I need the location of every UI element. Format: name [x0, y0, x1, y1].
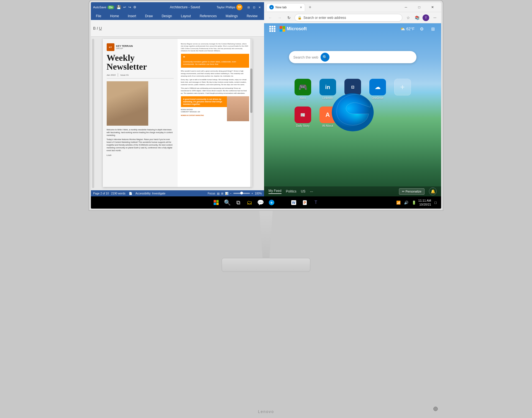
battery-icon[interactable]: 🔋: [411, 199, 417, 206]
edge-address-bar[interactable]: 🔒 Search or enter web address: [295, 14, 402, 22]
page-customize-btn[interactable]: ⊞: [429, 25, 437, 33]
notification-btn[interactable]: 🔔: [429, 188, 437, 195]
edge-tab-close-btn[interactable]: ✕: [300, 6, 302, 9]
accessibility-status[interactable]: Accessibility: Investigate: [135, 192, 165, 195]
toolbar-btn-2[interactable]: I: [97, 26, 98, 31]
zoom-plus[interactable]: +: [252, 192, 253, 195]
menu-mailings[interactable]: Mailings: [224, 14, 239, 19]
word-scrollbar[interactable]: [250, 39, 252, 187]
start-btn[interactable]: [211, 197, 221, 207]
taskbar-ppt-btn[interactable]: P: [300, 197, 310, 207]
edge-forward-btn[interactable]: →: [276, 14, 283, 22]
zoom-level[interactable]: 100%: [255, 192, 262, 195]
taskbar-search-btn[interactable]: 🔍: [222, 197, 232, 207]
menu-insert[interactable]: Insert: [126, 14, 138, 19]
autosave-toggle[interactable]: On: [108, 6, 114, 9]
network-icon[interactable]: 📶: [395, 199, 402, 206]
us-tab[interactable]: US: [301, 189, 306, 193]
main-text-3: This year's CMWorld was exhilarating and…: [181, 87, 249, 95]
weather-temp: 62°F: [406, 27, 415, 31]
user-avatar: TP: [236, 4, 242, 10]
word-vertical-scrollbar-left[interactable]: [92, 39, 94, 188]
power-button[interactable]: [433, 407, 438, 411]
taskbar-teams-btn[interactable]: 💬: [255, 197, 265, 207]
view-icon-3[interactable]: 📊: [225, 192, 228, 195]
edge-profile-btn[interactable]: T: [422, 14, 430, 22]
search-submit-btn[interactable]: 🔍: [321, 53, 329, 62]
edge-titlebar: e New tab ✕ + ─ □ ✕: [264, 2, 441, 12]
edge-collections-btn[interactable]: 📚: [413, 14, 421, 22]
app-add-new[interactable]: +: [392, 79, 414, 104]
menu-home[interactable]: Home: [108, 14, 121, 19]
main-text-2: Every day, I get to talk to incredible h…: [181, 78, 249, 86]
taskbar-word-btn[interactable]: W: [289, 197, 299, 207]
redo-btn[interactable]: ↪: [128, 5, 131, 9]
focus-btn[interactable]: Focus: [208, 192, 215, 195]
search-text: Search the web: [293, 55, 318, 59]
right-person-img: [227, 96, 249, 121]
ms-apps-btn[interactable]: [268, 25, 276, 33]
extra-btn[interactable]: ⚙: [133, 5, 136, 9]
toolbar-btn-1[interactable]: B: [93, 26, 96, 31]
notifications-corner[interactable]: □: [432, 199, 439, 206]
menu-review[interactable]: Review: [245, 14, 259, 19]
edge-refresh-btn[interactable]: ↻: [285, 14, 293, 22]
zoom-slider[interactable]: [233, 193, 250, 194]
edge-taskbar-icon: e: [269, 200, 274, 205]
taskbar-teams2-btn[interactable]: T: [311, 197, 321, 207]
more-news-btn[interactable]: ···: [310, 189, 313, 194]
lock-icon: 🔒: [298, 16, 302, 20]
menu-layout[interactable]: Layout: [179, 14, 193, 19]
edge-toolbar-right: ☆ 📚 T ···: [404, 14, 439, 22]
feed-tab[interactable]: My Feed: [268, 189, 282, 194]
menu-file[interactable]: File: [94, 14, 103, 19]
edge-minimize-btn[interactable]: ─: [400, 2, 412, 12]
word-title: Architecture - Saved: [155, 5, 215, 9]
word-scrollbar-thumb[interactable]: [250, 69, 252, 113]
word-doc-area[interactable]: KT KEY TERRAIN GROUP Weekly: [91, 37, 264, 190]
taskbar-edge-btn[interactable]: e: [267, 197, 277, 207]
word-document[interactable]: KT KEY TERRAIN GROUP Weekly: [103, 39, 252, 187]
taskbar-explorer-btn[interactable]: 🗂: [244, 197, 254, 207]
edge-back-btn[interactable]: ←: [266, 14, 274, 22]
app-daily-story[interactable]: 📰 Daily Story: [292, 107, 314, 131]
edge-fav-btn[interactable]: ☆: [404, 14, 412, 22]
word-minimize-btn[interactable]: ⊟: [246, 5, 251, 9]
apps-dot-4: [269, 28, 271, 30]
taskbar-clock[interactable]: 11:11 AM 10/20/21: [418, 199, 431, 207]
flag-q1: [280, 26, 282, 29]
xbox-label: Xbox: [300, 97, 306, 100]
word-close-btn[interactable]: ✕: [257, 5, 262, 9]
sound-icon[interactable]: 🔊: [403, 199, 410, 206]
view-icon-2[interactable]: ⊞: [221, 192, 223, 195]
menu-draw[interactable]: Draw: [143, 14, 154, 19]
menu-references[interactable]: References: [198, 14, 218, 19]
teams2-icon: T: [314, 200, 317, 205]
taskbar-taskview-btn[interactable]: ⧉: [233, 197, 243, 207]
brand-text: KEY TERRAIN GROUP: [116, 45, 133, 50]
zoom-minus[interactable]: −: [230, 192, 232, 195]
monitor-frame: AutoSave On 💾 ↩ ↪ ⚙ Architecture - Saved…: [89, 0, 443, 211]
app-xbox[interactable]: 🎮 Xbox: [292, 79, 314, 104]
menu-design[interactable]: Design: [160, 14, 173, 19]
personalize-btn[interactable]: ✏ Personalize: [399, 188, 424, 195]
daily-story-icon-box: 📰: [295, 107, 311, 123]
toolbar-btn-3[interactable]: U: [99, 26, 102, 31]
brand-icon: KT: [107, 43, 114, 51]
taskbar-store-btn[interactable]: 🛍: [278, 197, 288, 207]
edge-more-btn[interactable]: ···: [431, 14, 439, 22]
search-bar[interactable]: Search the web 🔍: [289, 51, 416, 63]
view-icon-1[interactable]: ▤: [217, 192, 219, 195]
word-statusbar: Page 2 of 10 2190 words 📄 Accessibility:…: [91, 190, 264, 196]
undo-btn[interactable]: ↩: [123, 5, 126, 9]
word-maximize-btn[interactable]: ⊡: [252, 5, 256, 9]
edge-new-tab-btn[interactable]: +: [306, 3, 314, 11]
edge-close-btn[interactable]: ✕: [426, 2, 439, 12]
save-icon[interactable]: 💾: [116, 5, 121, 9]
page-settings-btn[interactable]: ⚙: [418, 25, 426, 33]
pencil-icon: ✏: [402, 190, 405, 193]
politics-tab[interactable]: Politics: [286, 189, 296, 193]
word-menu-bar: File Home Insert Draw Design Layout Refe…: [91, 12, 264, 20]
edge-maximize-btn[interactable]: □: [413, 2, 426, 12]
edge-tab-new[interactable]: e New tab ✕: [266, 3, 305, 11]
